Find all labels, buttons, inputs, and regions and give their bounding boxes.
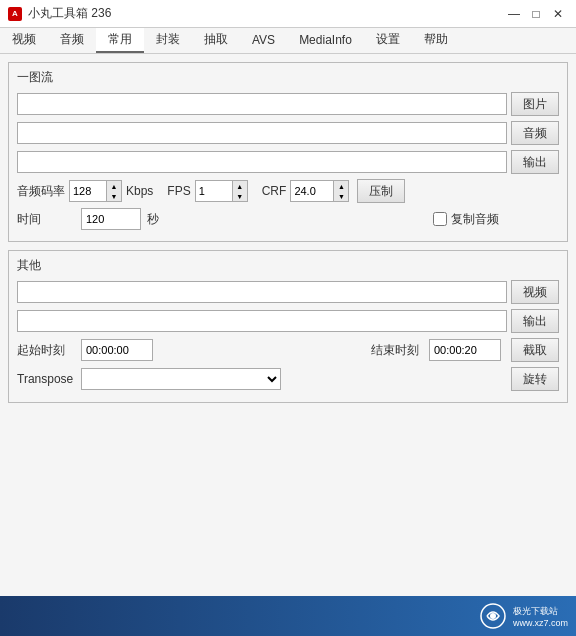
bottom-bar: 极光下载站 www.xz7.com (0, 596, 576, 636)
watermark-text: 极光下载站 www.xz7.com (513, 605, 568, 628)
kbps-label: Kbps (126, 184, 153, 198)
menu-item-video[interactable]: 视频 (0, 28, 48, 53)
output-row: 输出 (17, 150, 559, 174)
main-content: 一图流 图片 音频 输出 音频码率 ▲ ▼ Kbps (0, 54, 576, 596)
start-label: 起始时刻 (17, 342, 77, 359)
bitrate-row: 音频码率 ▲ ▼ Kbps FPS ▲ ▼ CRF (17, 179, 559, 203)
image-button[interactable]: 图片 (511, 92, 559, 116)
image-input[interactable] (17, 93, 507, 115)
bitrate-spinner: ▲ ▼ (69, 180, 122, 202)
crf-spinner-btns: ▲ ▼ (333, 181, 348, 201)
video-button[interactable]: 视频 (511, 280, 559, 304)
audio-input[interactable] (17, 122, 507, 144)
time-row: 时间 秒 复制音频 (17, 208, 559, 230)
bitrate-label: 音频码率 (17, 183, 65, 200)
time-label: 时间 (17, 211, 77, 228)
menu-item-help[interactable]: 帮助 (412, 28, 460, 53)
menu-item-extract[interactable]: 抽取 (192, 28, 240, 53)
bitrate-spinner-btns: ▲ ▼ (106, 181, 121, 201)
end-input[interactable] (429, 339, 501, 361)
output2-row: 输出 (17, 309, 559, 333)
fps-down-btn[interactable]: ▼ (233, 191, 247, 201)
crf-input[interactable] (291, 181, 333, 201)
close-button[interactable]: ✕ (548, 4, 568, 24)
image-row: 图片 (17, 92, 559, 116)
output2-button[interactable]: 输出 (511, 309, 559, 333)
bitrate-down-btn[interactable]: ▼ (107, 191, 121, 201)
video-row: 视频 (17, 280, 559, 304)
menu-item-mediainfo[interactable]: MediaInfo (287, 28, 364, 53)
menu-item-common[interactable]: 常用 (96, 28, 144, 53)
menu-bar: 视频 音频 常用 封装 抽取 AVS MediaInfo 设置 帮助 (0, 28, 576, 54)
copy-audio-label: 复制音频 (451, 211, 499, 228)
svg-point-1 (490, 613, 496, 619)
minimize-button[interactable]: — (504, 4, 524, 24)
start-input[interactable] (81, 339, 153, 361)
title-controls: — □ ✕ (504, 4, 568, 24)
rotate-button[interactable]: 旋转 (511, 367, 559, 391)
menu-item-pack[interactable]: 封装 (144, 28, 192, 53)
transpose-row: Transpose 0 - 逆时针90°并垂直翻转1 - 顺时针90°2 - 逆… (17, 367, 559, 391)
video-input[interactable] (17, 281, 507, 303)
fps-input[interactable] (196, 181, 232, 201)
transpose-label: Transpose (17, 372, 77, 386)
audio-row: 音频 (17, 121, 559, 145)
crf-label: CRF (262, 184, 287, 198)
app-icon: A (8, 7, 22, 21)
window-title: 小丸工具箱 236 (28, 5, 111, 22)
section-one-stream-title: 一图流 (17, 69, 559, 86)
copy-audio-checkbox[interactable] (433, 212, 447, 226)
menu-item-settings[interactable]: 设置 (364, 28, 412, 53)
watermark-line1: 极光下载站 (513, 605, 568, 618)
title-bar: A 小丸工具箱 236 — □ ✕ (0, 0, 576, 28)
watermark: 极光下载站 www.xz7.com (479, 602, 568, 630)
fps-spinner: ▲ ▼ (195, 180, 248, 202)
watermark-logo-icon (479, 602, 507, 630)
end-label: 结束时刻 (371, 342, 419, 359)
fps-spinner-btns: ▲ ▼ (232, 181, 247, 201)
crf-up-btn[interactable]: ▲ (334, 181, 348, 191)
bitrate-input[interactable] (70, 181, 106, 201)
crf-down-btn[interactable]: ▼ (334, 191, 348, 201)
section-one-stream: 一图流 图片 音频 输出 音频码率 ▲ ▼ Kbps (8, 62, 568, 242)
audio-button[interactable]: 音频 (511, 121, 559, 145)
title-bar-left: A 小丸工具箱 236 (8, 5, 111, 22)
fps-label: FPS (167, 184, 190, 198)
clip-button[interactable]: 截取 (511, 338, 559, 362)
bitrate-up-btn[interactable]: ▲ (107, 181, 121, 191)
output2-input[interactable] (17, 310, 507, 332)
transpose-select[interactable]: 0 - 逆时针90°并垂直翻转1 - 顺时针90°2 - 逆时针90°3 - 顺… (81, 368, 281, 390)
sec-label: 秒 (147, 211, 159, 228)
copy-audio-wrap: 复制音频 (433, 211, 499, 228)
section-other: 其他 视频 输出 起始时刻 结束时刻 截取 Transpose 0 - 逆时针9… (8, 250, 568, 403)
section-other-title: 其他 (17, 257, 559, 274)
fps-up-btn[interactable]: ▲ (233, 181, 247, 191)
output-input[interactable] (17, 151, 507, 173)
compress-button[interactable]: 压制 (357, 179, 405, 203)
output-button[interactable]: 输出 (511, 150, 559, 174)
menu-item-audio[interactable]: 音频 (48, 28, 96, 53)
crf-spinner: ▲ ▼ (290, 180, 349, 202)
menu-item-avs[interactable]: AVS (240, 28, 287, 53)
time-range-row: 起始时刻 结束时刻 截取 (17, 338, 559, 362)
maximize-button[interactable]: □ (526, 4, 546, 24)
time-input[interactable] (81, 208, 141, 230)
watermark-line2: www.xz7.com (513, 618, 568, 628)
